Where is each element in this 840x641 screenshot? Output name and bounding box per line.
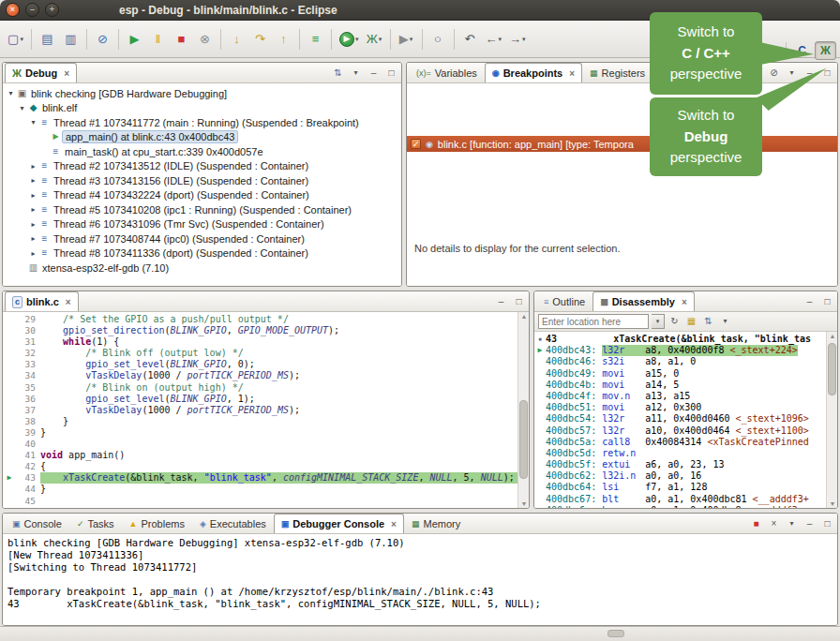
twistie-icon[interactable]: ▸: [28, 191, 38, 200]
tab-variables[interactable]: (x)=Variables: [409, 63, 485, 82]
location-dropdown-icon[interactable]: ▾: [652, 314, 665, 329]
disassembly-line[interactable]: 400dbc49:movia15, 0: [534, 368, 826, 380]
breakpoint-list-item[interactable]: ✓ ◉ blink.c [function: app_main] [type: …: [407, 136, 837, 152]
line-number[interactable]: 35: [16, 382, 40, 394]
code-line[interactable]: ▶43 xTaskCreate(&blink_task, "blink_task…: [3, 472, 518, 484]
code-line[interactable]: 29 /* Set the GPIO as a push/pull output…: [3, 314, 518, 325]
view-menu-icon[interactable]: ▾: [785, 516, 799, 530]
tree-item[interactable]: ▾◆blink.elf: [3, 101, 401, 116]
line-number[interactable]: 34: [16, 370, 40, 381]
code-line[interactable]: 32 /* Blink off (output low) */: [3, 348, 518, 359]
line-number[interactable]: 37: [16, 405, 40, 416]
sash-handle[interactable]: [608, 630, 624, 637]
code-line[interactable]: 31 while(1) {: [3, 336, 518, 348]
resume-button[interactable]: ▶: [124, 28, 145, 51]
tree-item[interactable]: ▾≡Thread #1 1073411772 (main : Running) …: [3, 115, 401, 130]
line-number[interactable]: 33: [16, 359, 40, 370]
last-edit-location-button[interactable]: ↶: [459, 28, 481, 51]
tree-item[interactable]: ▥xtensa-esp32-elf-gdb (7.10): [3, 261, 401, 276]
twistie-icon[interactable]: ▾: [28, 118, 38, 127]
maximize-view-icon[interactable]: □: [512, 294, 526, 308]
view-toolbar-icon[interactable]: ⇅: [331, 66, 345, 80]
disassembly-line[interactable]: 400dbc57:l32ra10, 0x400d0464 <_stext+110…: [534, 425, 826, 437]
tab-problems[interactable]: ▲Problems: [122, 514, 192, 533]
line-number[interactable]: 31: [16, 336, 40, 348]
code-line[interactable]: 38 }: [3, 416, 518, 427]
tab-outline[interactable]: ≡Outline: [536, 291, 592, 311]
disconnect-button[interactable]: ⊗: [194, 28, 216, 51]
tab-console[interactable]: ▣Console: [5, 514, 69, 533]
location-input[interactable]: [538, 314, 649, 329]
line-number[interactable]: 30: [16, 325, 40, 336]
run-button[interactable]: ▶▾: [337, 28, 362, 51]
code-line[interactable]: 45: [3, 496, 518, 507]
line-number[interactable]: 36: [16, 394, 40, 405]
code-line[interactable]: 36 gpio_set_level(BLINK_GPIO, 1);: [3, 394, 518, 405]
code-line[interactable]: 41void app_main(): [3, 450, 518, 461]
line-number[interactable]: 43: [16, 472, 40, 484]
forward-button[interactable]: →▾: [506, 28, 529, 51]
skip-all-breakpoints-icon[interactable]: ⊘: [767, 66, 781, 80]
save-button[interactable]: ▤: [37, 28, 58, 51]
save-all-button[interactable]: ▥: [60, 28, 82, 51]
debugger-console-output[interactable]: blink checking [GDB Hardware Debugging] …: [3, 534, 837, 625]
line-number[interactable]: 38: [16, 416, 40, 427]
window-minimize-button[interactable]: –: [25, 3, 39, 17]
scroll-up-icon[interactable]: ▲: [518, 313, 530, 320]
instruction-stepping-button[interactable]: ≡: [305, 28, 326, 51]
search-button[interactable]: ○: [428, 28, 449, 51]
twistie-icon[interactable]: ▸: [28, 249, 38, 258]
twistie-icon[interactable]: ▸: [28, 176, 38, 185]
back-button[interactable]: ←▾: [483, 28, 505, 51]
step-over-button[interactable]: ↷: [249, 28, 271, 51]
line-number[interactable]: 32: [16, 348, 40, 359]
minimize-view-icon[interactable]: –: [367, 66, 381, 80]
disassembly-line[interactable]: 400dbc4f:mov.na13, a15: [534, 391, 826, 402]
line-number[interactable]: 41: [16, 450, 40, 461]
step-into-button[interactable]: ↓: [226, 28, 248, 51]
disassembly-scrollbar[interactable]: ▲ ▼: [826, 332, 837, 508]
code-line[interactable]: 30 gpio_set_direction(BLINK_GPIO, GPIO_M…: [3, 325, 518, 336]
disassembly-line[interactable]: 400dbc5a:call80x40084314 <xTaskCreatePin…: [534, 437, 826, 448]
link-with-editor-icon[interactable]: ⇅: [701, 315, 715, 329]
suspend-button[interactable]: ‖: [147, 28, 169, 51]
close-icon[interactable]: ×: [391, 519, 397, 529]
tree-item[interactable]: ▸≡Thread #2 1073413512 (IDLE) (Suspended…: [3, 159, 401, 174]
disassembly-line[interactable]: 400dbc6a:bnonea0, a1, 0x400dbc8 <__adddf…: [534, 505, 826, 508]
debug-button[interactable]: Ж▾: [364, 28, 385, 51]
code-line[interactable]: 44}: [3, 484, 518, 495]
code-line[interactable]: 40: [3, 439, 518, 450]
disassembly-line[interactable]: 400dbc5f:extuia6, a0, 23, 13: [534, 459, 826, 470]
code-line[interactable]: 42{: [3, 461, 518, 472]
tab-tasks[interactable]: ✓Tasks: [69, 514, 122, 533]
new-wizard-button[interactable]: ▢▾: [5, 28, 26, 51]
tree-item[interactable]: ≡main_task() at cpu_start.c:339 0x400d05…: [3, 144, 401, 159]
tree-item[interactable]: ▸≡Thread #7 1073408744 (ipc0) (Suspended…: [3, 231, 401, 246]
tree-item[interactable]: ▾▣blink checking [GDB Hardware Debugging…: [3, 86, 401, 101]
terminate-icon[interactable]: ■: [749, 516, 763, 530]
tab-registers[interactable]: ▦Registers: [582, 63, 652, 82]
skip-all-breakpoints-button[interactable]: ⊘: [92, 28, 113, 51]
line-number[interactable]: 39: [16, 427, 40, 439]
disassembly-line[interactable]: 400dbc51:movia12, 0x300: [534, 402, 826, 413]
code-line[interactable]: 35 /* Blink on (output high) */: [3, 382, 518, 394]
close-icon[interactable]: ×: [66, 297, 71, 307]
disassembly-line[interactable]: 400dbc62:l32i.na0, a0, 16: [534, 470, 826, 482]
disassembly-line[interactable]: 400dbc64:lsif7, a1, 128: [534, 482, 826, 493]
disassembly-line[interactable]: 400dbc54:l32ra11, 0x400d0460 <_stext+109…: [534, 413, 826, 425]
line-number[interactable]: 40: [16, 439, 40, 450]
tree-item[interactable]: ▸≡Thread #8 1073411336 (dport) (Suspende…: [3, 246, 401, 261]
tab-blink-c[interactable]: c blink.c ×: [5, 291, 79, 311]
scroll-down-icon[interactable]: ▼: [827, 500, 838, 507]
disassembly-line[interactable]: 400dbc46:s32ia8, a1, 0: [534, 356, 826, 367]
maximize-view-icon[interactable]: □: [820, 516, 834, 530]
disassembly-line[interactable]: ▶400dbc43:l32ra8, 0x400d00f8 <_stext+224…: [534, 345, 826, 356]
tree-item[interactable]: ▸≡Thread #3 1073413156 (IDLE) (Suspended…: [3, 173, 401, 188]
twistie-icon[interactable]: ▸: [28, 205, 38, 214]
twistie-icon[interactable]: ▸: [28, 162, 38, 171]
twistie-icon[interactable]: ▾: [6, 89, 16, 97]
minimize-view-icon[interactable]: –: [494, 294, 508, 308]
refresh-icon[interactable]: ↻: [668, 315, 682, 329]
maximize-view-icon[interactable]: □: [384, 66, 398, 80]
maximize-view-icon[interactable]: □: [820, 294, 834, 308]
